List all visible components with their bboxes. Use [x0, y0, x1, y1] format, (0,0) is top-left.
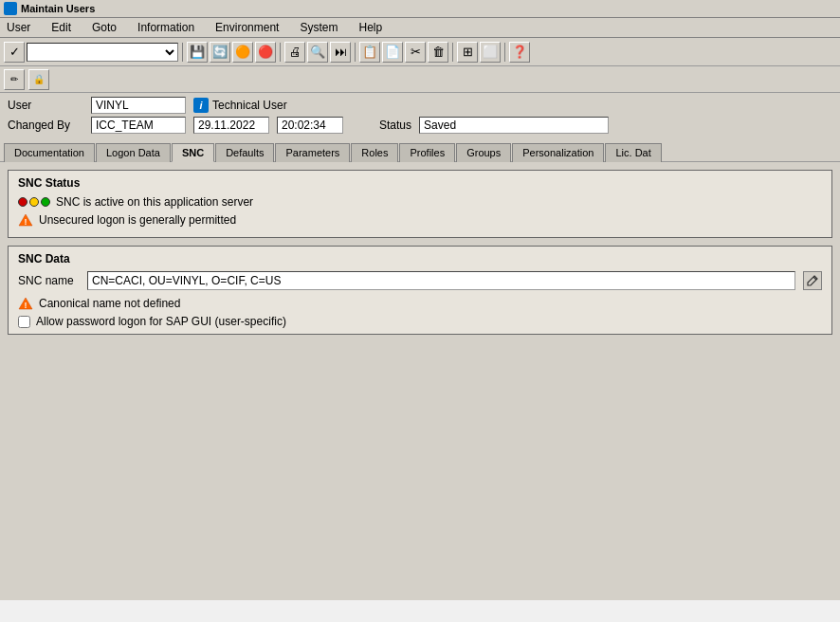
copy-btn[interactable]: 📋: [359, 42, 380, 63]
svg-text:!: !: [25, 301, 27, 310]
tab-snc[interactable]: SNC: [172, 143, 214, 162]
tl-yellow: [29, 197, 39, 207]
execute-btn[interactable]: 🟠: [232, 42, 253, 63]
warning-icon: !: [18, 212, 33, 228]
menu-edit[interactable]: Edit: [48, 20, 74, 35]
tech-user-badge: i Technical User: [193, 98, 287, 113]
changed-date-input[interactable]: [193, 117, 269, 134]
changed-by-row: Changed By Status: [8, 117, 832, 134]
main-content: SNC Status SNC is active on this applica…: [0, 162, 840, 600]
status-label: Status: [379, 119, 411, 132]
snc-name-edit-btn[interactable]: [803, 271, 822, 290]
tab-defaults[interactable]: Defaults: [215, 143, 274, 162]
delete-btn[interactable]: 🗑: [428, 42, 448, 63]
canonical-warning-icon: !: [18, 296, 33, 311]
allow-password-checkbox[interactable]: [18, 316, 30, 328]
title-bar: Maintain Users: [0, 0, 840, 18]
tab-documentation[interactable]: Documentation: [4, 143, 95, 162]
user-type-text: Technical User: [212, 99, 287, 112]
sep2: [280, 43, 281, 62]
snc-name-input[interactable]: [87, 271, 795, 290]
edit-mode-btn[interactable]: ✏: [4, 69, 25, 90]
snc-warning-text: Unsecured logon is generally permitted: [39, 213, 236, 227]
secondary-toolbar: ✏ 🔒: [0, 66, 840, 93]
tab-logon-data[interactable]: Logon Data: [96, 143, 171, 162]
allow-password-label: Allow password logon for SAP GUI (user-s…: [36, 315, 286, 328]
user-label: User: [8, 99, 83, 112]
menu-system[interactable]: System: [297, 20, 340, 35]
tab-lic-data[interactable]: Lic. Dat: [605, 143, 661, 162]
find-next-btn[interactable]: ⏭: [330, 42, 351, 63]
menu-goto[interactable]: Goto: [89, 20, 119, 35]
sep5: [504, 43, 505, 62]
lock-btn[interactable]: 🔒: [28, 69, 49, 90]
snc-warning-line: ! Unsecured logon is generally permitted: [18, 212, 822, 228]
layout-btn[interactable]: ⊞: [457, 42, 478, 63]
changed-by-input[interactable]: [91, 117, 186, 134]
menu-help[interactable]: Help: [356, 20, 385, 35]
snc-name-label: SNC name: [18, 274, 80, 287]
allow-password-row: Allow password logon for SAP GUI (user-s…: [18, 315, 822, 328]
canonical-warning-text: Canonical name not defined: [39, 297, 180, 310]
form-area: User i Technical User Changed By Status: [0, 93, 840, 140]
tab-roles[interactable]: Roles: [351, 143, 398, 162]
tl-green: [41, 197, 50, 207]
tabs-container: Documentation Logon Data SNC Defaults Pa…: [0, 140, 840, 162]
app-icon: [4, 2, 17, 15]
menu-environment[interactable]: Environment: [212, 20, 282, 35]
snc-status-section: SNC Status SNC is active on this applica…: [8, 170, 832, 238]
tab-profiles[interactable]: Profiles: [399, 143, 455, 162]
help-btn[interactable]: ❓: [509, 42, 530, 63]
print-btn[interactable]: 🖨: [284, 42, 305, 63]
save-btn[interactable]: 💾: [187, 42, 208, 63]
expand-btn[interactable]: ⬜: [480, 42, 501, 63]
title-bar-text: Maintain Users: [21, 3, 95, 14]
snc-active-line: SNC is active on this application server: [18, 195, 822, 209]
info-icon: i: [193, 98, 209, 113]
tab-groups[interactable]: Groups: [456, 143, 511, 162]
traffic-light: [18, 197, 50, 207]
snc-data-title: SNC Data: [18, 252, 822, 265]
sep1: [182, 43, 183, 62]
sep4: [452, 43, 453, 62]
menu-information[interactable]: Information: [135, 20, 197, 35]
svg-text:!: !: [25, 217, 27, 227]
menu-user[interactable]: User: [4, 20, 33, 35]
user-row: User i Technical User: [8, 97, 832, 114]
canonical-warning-line: ! Canonical name not defined: [18, 296, 822, 311]
tl-red: [18, 197, 27, 207]
find-btn[interactable]: 🔍: [307, 42, 328, 63]
stop-btn[interactable]: 🔴: [255, 42, 276, 63]
refresh-btn[interactable]: 🔄: [210, 42, 230, 63]
changed-time-input[interactable]: [277, 117, 343, 134]
command-field[interactable]: [27, 43, 178, 62]
snc-status-title: SNC Status: [18, 176, 822, 190]
main-toolbar: ✓ 💾 🔄 🟠 🔴 🖨 🔍 ⏭ 📋 📄 ✂ 🗑 ⊞ ⬜ ❓: [0, 38, 840, 66]
paste-btn[interactable]: 📄: [382, 42, 403, 63]
tab-parameters[interactable]: Parameters: [275, 143, 350, 162]
tab-personalization[interactable]: Personalization: [512, 143, 604, 162]
snc-name-row: SNC name: [18, 271, 822, 290]
cut-btn[interactable]: ✂: [405, 42, 426, 63]
menu-bar: User Edit Goto Information Environment S…: [0, 18, 840, 38]
changed-by-label: Changed By: [8, 119, 83, 132]
snc-data-section: SNC Data SNC name ! Canonical name not d…: [8, 246, 832, 335]
back-btn[interactable]: ✓: [4, 42, 25, 63]
snc-active-text: SNC is active on this application server: [56, 195, 253, 209]
status-input[interactable]: [419, 117, 609, 134]
user-input[interactable]: [91, 97, 186, 114]
sep3: [355, 43, 356, 62]
